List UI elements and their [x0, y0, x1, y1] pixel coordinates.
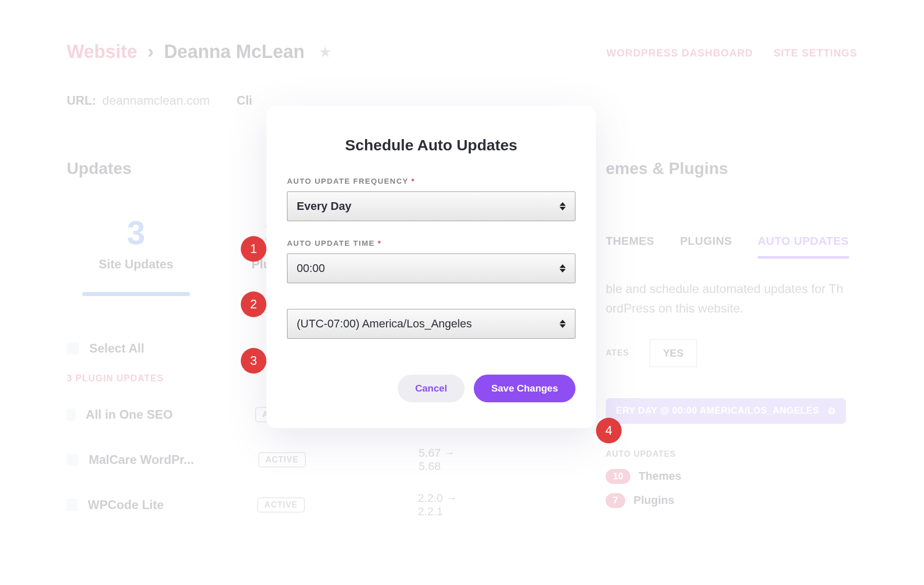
- frequency-value: Every Day: [297, 200, 351, 213]
- required-icon: *: [411, 177, 415, 185]
- field-time: AUTO UPDATE TIME * 00:00: [287, 239, 575, 283]
- dropdown-arrows-icon: [560, 264, 566, 272]
- modal-actions: Cancel Save Changes: [287, 375, 575, 402]
- timezone-select[interactable]: (UTC-07:00) America/Los_Angeles: [287, 309, 575, 339]
- annotation-marker-1: 1: [241, 236, 266, 262]
- schedule-modal: 1 2 3 4 Schedule Auto Updates AUTO UPDAT…: [266, 106, 596, 428]
- field-frequency: AUTO UPDATE FREQUENCY * Every Day: [287, 177, 575, 221]
- time-select[interactable]: 00:00: [287, 254, 575, 283]
- required-icon: *: [378, 239, 381, 247]
- field-timezone: (UTC-07:00) America/Los_Angeles: [287, 309, 575, 339]
- time-value: 00:00: [297, 262, 325, 275]
- dropdown-arrows-icon: [560, 202, 566, 210]
- time-label: AUTO UPDATE TIME *: [287, 239, 575, 247]
- frequency-label: AUTO UPDATE FREQUENCY *: [287, 177, 575, 185]
- annotation-marker-4: 4: [596, 418, 622, 443]
- modal-title: Schedule Auto Updates: [287, 136, 575, 154]
- timezone-value: (UTC-07:00) America/Los_Angeles: [297, 317, 472, 330]
- modal-overlay: 1 2 3 4 Schedule Auto Updates AUTO UPDAT…: [0, 0, 924, 585]
- dropdown-arrows-icon: [560, 320, 566, 328]
- annotation-marker-3: 3: [241, 348, 266, 374]
- frequency-select[interactable]: Every Day: [287, 191, 575, 221]
- annotation-marker-2: 2: [241, 291, 266, 317]
- save-button[interactable]: Save Changes: [474, 375, 575, 402]
- cancel-button[interactable]: Cancel: [398, 375, 465, 402]
